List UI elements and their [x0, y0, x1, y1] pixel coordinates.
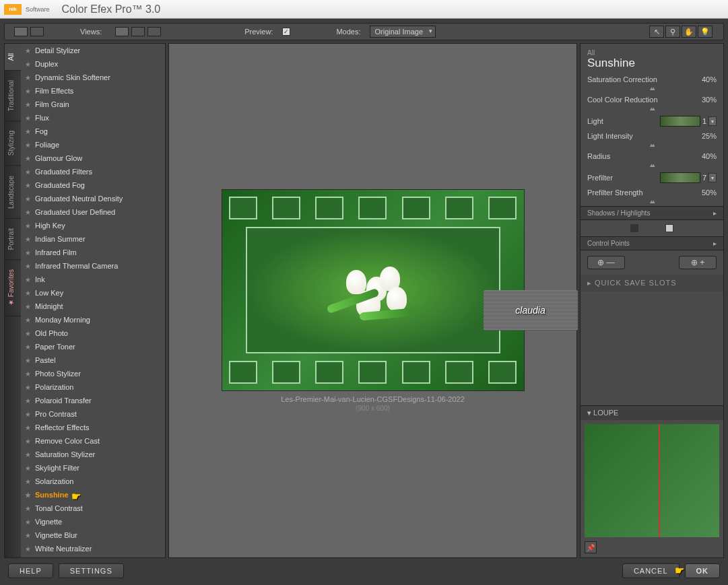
favorite-star-icon[interactable]: ★ — [25, 343, 31, 351]
filter-item[interactable]: ★Paper Toner — [21, 340, 165, 353]
preview-checkbox[interactable]: ✓ — [282, 28, 290, 36]
loupe-pin-button[interactable]: 📌 — [585, 541, 597, 553]
favorite-star-icon[interactable]: ★ — [25, 532, 31, 539]
favorite-star-icon[interactable]: ★ — [25, 303, 31, 310]
category-tab-traditional[interactable]: Traditional — [5, 71, 21, 121]
favorite-star-icon[interactable]: ★ — [25, 47, 31, 55]
filter-item[interactable]: ★Polaroid Transfer — [21, 394, 165, 407]
layout-1-icon[interactable] — [115, 27, 129, 36]
pan-tool-icon[interactable]: ✋ — [682, 26, 696, 38]
favorite-star-icon[interactable]: ★ — [25, 101, 31, 108]
favorite-star-icon[interactable]: ★ — [25, 316, 31, 324]
filter-item[interactable]: ★Detail Stylizer — [21, 44, 165, 57]
favorite-star-icon[interactable]: ★ — [25, 451, 31, 458]
filter-item[interactable]: ★Graduated Neutral Density — [21, 192, 165, 205]
filter-item[interactable]: ★High Key — [21, 219, 165, 232]
filter-item[interactable]: ★Remove Color Cast — [21, 434, 165, 448]
loupe-header[interactable]: LOUPE — [581, 405, 723, 420]
filter-item[interactable]: ★Pastel — [21, 353, 165, 367]
favorite-star-icon[interactable]: ★ — [25, 276, 31, 283]
filter-item[interactable]: ★Infrared Thermal Camera — [21, 259, 165, 273]
cool-color-reduction-slider[interactable] — [587, 105, 717, 112]
zoom-tool-icon[interactable]: ⚲ — [665, 26, 680, 38]
favorite-star-icon[interactable]: ★ — [25, 545, 31, 553]
favorite-star-icon[interactable]: ★ — [25, 464, 31, 472]
filter-item[interactable]: ★Vignette Blur — [21, 528, 165, 542]
shadows-highlights-header[interactable]: Shadows / Highlights▸ — [581, 206, 723, 220]
layout-3-icon[interactable] — [147, 27, 161, 36]
light-intensity-slider[interactable] — [587, 141, 717, 148]
filter-item[interactable]: ★Glamour Glow — [21, 151, 165, 165]
favorite-star-icon[interactable]: ★ — [25, 222, 31, 230]
filter-item[interactable]: ★Infrared Film — [21, 246, 165, 259]
filter-item[interactable]: ★Flux — [21, 111, 165, 125]
filter-item[interactable]: ★Midnight — [21, 300, 165, 313]
filter-item[interactable]: ★Film Effects — [21, 84, 165, 98]
favorite-star-icon[interactable]: ★ — [25, 289, 31, 297]
favorite-star-icon[interactable]: ★ — [25, 195, 31, 203]
favorite-star-icon[interactable]: ★ — [25, 518, 31, 526]
filter-item[interactable]: ★Solarization — [21, 475, 165, 488]
favorite-star-icon[interactable]: ★ — [25, 88, 31, 95]
light-tool-icon[interactable]: 💡 — [698, 26, 713, 38]
view-mode-split-icon[interactable] — [30, 27, 44, 36]
loupe-view[interactable] — [585, 424, 719, 538]
filter-item[interactable]: ★Photo Stylizer — [21, 367, 165, 380]
favorite-star-icon[interactable]: ★ — [25, 370, 31, 378]
filter-item[interactable]: ★Sunshine — [21, 488, 165, 502]
favorite-star-icon[interactable]: ★ — [25, 141, 31, 149]
cancel-button[interactable]: CANCEL — [622, 563, 680, 578]
prefilter-strength-slider[interactable] — [587, 198, 717, 205]
light-preset-stepper[interactable]: ▾ — [708, 116, 717, 126]
favorite-star-icon[interactable]: ★ — [25, 478, 31, 485]
filter-item[interactable]: ★Indian Summer — [21, 232, 165, 246]
favorite-star-icon[interactable]: ★ — [25, 155, 31, 162]
favorite-star-icon[interactable]: ★ — [25, 330, 31, 337]
filter-item[interactable]: ★Monday Morning — [21, 313, 165, 326]
filter-item[interactable]: ★Ink — [21, 273, 165, 286]
filter-item[interactable]: ★Graduated Fog — [21, 178, 165, 192]
filter-item[interactable]: ★Tonal Contrast — [21, 502, 165, 515]
category-tab-landscape[interactable]: Landscape — [5, 166, 21, 219]
favorite-star-icon[interactable]: ★ — [25, 424, 31, 432]
filter-item[interactable]: ★Pro Contrast — [21, 407, 165, 421]
layout-2-icon[interactable] — [131, 27, 145, 36]
filter-item[interactable]: ★Vignette — [21, 515, 165, 528]
favorite-star-icon[interactable]: ★ — [25, 384, 31, 391]
filter-item[interactable]: ★Dynamic Skin Softener — [21, 71, 165, 84]
favorite-star-icon[interactable]: ★ — [25, 182, 31, 189]
favorite-star-icon[interactable]: ★ — [25, 236, 31, 243]
filter-item[interactable]: ★Foliage — [21, 138, 165, 151]
favorite-star-icon[interactable]: ★ — [25, 263, 31, 270]
favorite-star-icon[interactable]: ★ — [25, 114, 31, 122]
filter-item[interactable]: ★Fog — [21, 125, 165, 138]
filter-item[interactable]: ★Old Photo — [21, 326, 165, 340]
saturation-correction-slider[interactable] — [587, 85, 717, 92]
filter-item[interactable]: ★Polarization — [21, 380, 165, 394]
category-tab-stylizing[interactable]: Stylizing — [5, 121, 21, 166]
category-tab-favorites[interactable]: ★ Favorites — [5, 260, 21, 316]
shadows-checkbox[interactable] — [630, 224, 638, 232]
favorite-star-icon[interactable]: ★ — [25, 491, 31, 499]
favorite-star-icon[interactable]: ★ — [25, 397, 31, 405]
arrow-tool-icon[interactable]: ↖ — [649, 26, 664, 38]
control-points-header[interactable]: Control Points▸ — [581, 236, 723, 250]
light-preset-thumb[interactable] — [660, 116, 700, 127]
favorite-star-icon[interactable]: ★ — [25, 74, 31, 81]
favorite-star-icon[interactable]: ★ — [25, 168, 31, 176]
remove-control-point-button[interactable]: ⊕ + — [679, 256, 717, 269]
filter-item[interactable]: ★Skylight Filter — [21, 461, 165, 475]
favorite-star-icon[interactable]: ★ — [25, 61, 31, 68]
view-mode-single-icon[interactable] — [14, 27, 28, 36]
highlights-checkbox[interactable] — [665, 224, 673, 232]
favorite-star-icon[interactable]: ★ — [25, 357, 31, 364]
favorite-star-icon[interactable]: ★ — [25, 505, 31, 512]
favorite-star-icon[interactable]: ★ — [25, 209, 31, 216]
favorite-star-icon[interactable]: ★ — [25, 128, 31, 135]
radius-slider[interactable] — [587, 162, 717, 168]
prefilter-preset-thumb[interactable] — [660, 172, 700, 183]
quick-save-slots-header[interactable]: QUICK SAVE SLOTS — [581, 275, 723, 291]
favorite-star-icon[interactable]: ★ — [25, 411, 31, 418]
filter-item[interactable]: ★White Neutralizer — [21, 542, 165, 555]
favorite-star-icon[interactable]: ★ — [25, 249, 31, 256]
